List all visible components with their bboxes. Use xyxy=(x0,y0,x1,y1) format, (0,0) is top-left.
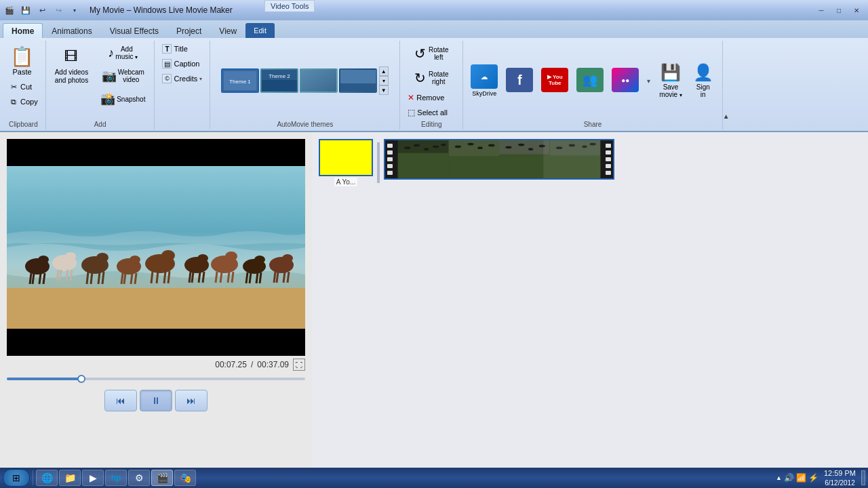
scrubber-track[interactable] xyxy=(7,378,305,380)
svg-rect-6 xyxy=(301,70,336,92)
show-desktop-btn[interactable] xyxy=(861,470,865,485)
ribbon-expand-btn[interactable]: ▲ xyxy=(723,41,732,129)
flickr-icon: ●● xyxy=(612,68,639,92)
rotate-right-button[interactable]: ↻ Rotateright xyxy=(404,66,458,89)
rewind-button[interactable]: ⏮ xyxy=(104,390,137,411)
add-videos-button[interactable]: 🎞 Add videosand photos xyxy=(50,42,94,88)
fullscreen-button[interactable]: ⛶ xyxy=(293,359,305,371)
cut-label: Cut xyxy=(20,83,32,91)
svg-line-31 xyxy=(121,273,123,284)
taskbar-hp[interactable]: hp xyxy=(105,470,127,486)
share-other-button[interactable]: 👥 xyxy=(573,66,607,96)
save-movie-button[interactable]: 💾 Savemovie ▾ xyxy=(654,61,686,100)
tab-project[interactable]: Project xyxy=(167,23,210,38)
snapshot-button[interactable]: 📸 Snapshot xyxy=(96,88,150,110)
taskbar-ie[interactable]: 🌐 xyxy=(36,470,58,486)
svg-point-24 xyxy=(96,253,108,262)
paste-button[interactable]: 📋 Paste xyxy=(5,42,39,79)
select-all-label: Select all xyxy=(417,108,448,117)
theme-thumb-3[interactable] xyxy=(300,68,338,93)
close-btn[interactable]: ✕ xyxy=(848,3,865,17)
tray-hide-btn[interactable]: ▲ xyxy=(776,474,782,481)
tab-animations[interactable]: Animations xyxy=(43,23,100,38)
quick-access-dropdown[interactable]: ▾ xyxy=(68,3,81,17)
scrubber-handle[interactable] xyxy=(77,375,85,383)
webcam-button[interactable]: 📷 Webcamvideo xyxy=(96,65,150,87)
taskbar-app2[interactable]: 🎭 xyxy=(174,470,196,486)
facebook-icon: f xyxy=(506,68,533,92)
util1-icon: ⚙ xyxy=(133,472,145,484)
svg-line-37 xyxy=(151,271,153,283)
svg-line-61 xyxy=(274,272,275,283)
pause-button[interactable]: ⏸ xyxy=(140,390,172,411)
svg-line-46 xyxy=(203,272,204,283)
storyboard-item-2[interactable] xyxy=(384,139,614,180)
theme-scroll-dropdown[interactable]: ▾ xyxy=(379,76,389,85)
share-scroll[interactable]: ▾ xyxy=(644,68,653,93)
film-content xyxy=(395,140,604,178)
app-icon[interactable]: 🎬 xyxy=(3,3,16,17)
svg-line-26 xyxy=(91,272,92,284)
svg-rect-10 xyxy=(7,288,305,329)
rotate-left-button[interactable]: ↺ Rotateleft xyxy=(404,42,458,65)
scrubber-track-container[interactable] xyxy=(7,373,305,384)
caption-button[interactable]: ▤ Caption xyxy=(159,57,203,70)
theme-thumb-4[interactable] xyxy=(339,68,377,93)
video-tools-tab[interactable]: Video Tools xyxy=(264,0,315,12)
video-content xyxy=(7,166,305,329)
svg-rect-79 xyxy=(499,155,550,178)
maximize-btn[interactable]: □ xyxy=(830,3,848,17)
theme-thumb-1[interactable]: Theme 1 xyxy=(221,68,259,93)
sign-in-button[interactable]: 👤 Signin xyxy=(688,61,718,100)
svg-line-15 xyxy=(39,273,41,284)
add-videos-icon: 🎞 xyxy=(60,45,82,67)
tab-view[interactable]: View xyxy=(210,23,245,38)
theme-thumb-2[interactable]: Theme 2 xyxy=(260,68,298,93)
skydrive-label: SkyDrive xyxy=(472,90,496,97)
flickr-button[interactable]: ●● xyxy=(608,66,642,96)
quick-save-btn[interactable]: 💾 xyxy=(19,3,33,17)
theme-scroll-down[interactable]: ▼ xyxy=(379,85,389,95)
taskbar-moviemaker[interactable]: 🎬 xyxy=(151,470,173,486)
film-perf xyxy=(387,157,393,161)
start-button[interactable]: ⊞ xyxy=(3,469,30,487)
minimize-btn[interactable]: ─ xyxy=(812,3,830,17)
select-all-button[interactable]: ⬚ Select all xyxy=(404,106,451,119)
forward-button[interactable]: ⏭ xyxy=(175,390,208,411)
svg-line-45 xyxy=(199,272,200,283)
tab-visual-effects[interactable]: Visual Effects xyxy=(101,23,167,38)
cut-button[interactable]: ✂ Cut xyxy=(5,80,41,94)
svg-point-69 xyxy=(424,148,429,150)
facebook-button[interactable]: f xyxy=(502,66,536,96)
taskbar-util1[interactable]: ⚙ xyxy=(128,470,150,486)
theme-scroll-up[interactable]: ▲ xyxy=(379,66,389,76)
svg-line-62 xyxy=(277,272,278,283)
taskbar-wmp[interactable]: ▶ xyxy=(82,470,104,486)
youtube-button[interactable]: ▶ YouTube xyxy=(538,66,572,96)
svg-line-52 xyxy=(232,272,233,283)
clock-date[interactable]: 12:59 PM 6/12/2012 xyxy=(821,468,859,487)
svg-line-32 xyxy=(124,273,125,284)
taskbar-explorer[interactable]: 📁 xyxy=(59,470,81,486)
remove-button[interactable]: ✕ Remove xyxy=(404,91,451,104)
add-music-button[interactable]: ♪ Addmusic ▾ xyxy=(96,42,150,64)
copy-button[interactable]: ⧉ Copy xyxy=(5,95,41,108)
quick-redo-btn[interactable]: ↪ xyxy=(52,3,65,17)
svg-line-14 xyxy=(33,273,34,284)
tab-home[interactable]: Home xyxy=(3,23,43,38)
film-perf xyxy=(606,171,611,175)
quick-undo-btn[interactable]: ↩ xyxy=(35,3,49,17)
svg-point-77 xyxy=(488,144,494,147)
storyboard-item-1[interactable]: A Yo... xyxy=(319,139,373,186)
title-button[interactable]: T Title xyxy=(159,42,191,56)
save-movie-icon: 💾 xyxy=(660,63,681,82)
svg-line-27 xyxy=(98,272,100,284)
svg-line-43 xyxy=(189,272,191,283)
svg-rect-4 xyxy=(262,80,297,92)
skydrive-button[interactable]: ☁ SkyDrive xyxy=(467,62,501,99)
tray-icon-3: ⚡ xyxy=(808,473,818,483)
credits-button[interactable]: © Credits ▾ xyxy=(159,72,205,85)
tab-edit[interactable]: Edit xyxy=(245,23,275,38)
title-bar-controls: ─ □ ✕ xyxy=(812,3,865,17)
hp-icon: hp xyxy=(110,472,122,484)
